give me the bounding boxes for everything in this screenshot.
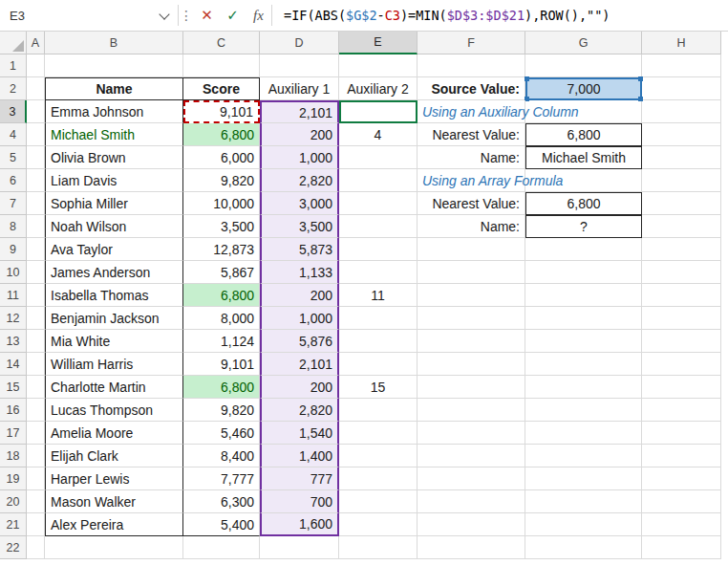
cell-D11[interactable]: 200	[260, 284, 339, 307]
cell-B2[interactable]: Name	[45, 77, 183, 100]
cell-G12[interactable]	[525, 307, 642, 330]
cell-C6[interactable]: 9,820	[183, 169, 260, 192]
cell-E3[interactable]	[339, 100, 418, 123]
cell-G13[interactable]	[525, 330, 642, 353]
cell-F22[interactable]	[418, 536, 525, 559]
cell-A22[interactable]	[27, 536, 45, 559]
cell-B16[interactable]: Lucas Thompson	[45, 399, 183, 422]
cell-F14[interactable]	[418, 353, 525, 376]
cell-C15[interactable]: 6,800	[183, 376, 260, 399]
cell-D17[interactable]: 1,540	[260, 422, 339, 445]
cell-C7[interactable]: 10,000	[183, 192, 260, 215]
cell-A10[interactable]	[27, 261, 45, 284]
cell-D9[interactable]: 5,873	[260, 238, 339, 261]
cell-G19[interactable]	[525, 467, 642, 490]
row-header-4[interactable]: 4	[0, 123, 27, 146]
select-all-button[interactable]	[0, 32, 27, 54]
cell-D5[interactable]: 1,000	[260, 146, 339, 169]
cell-B22[interactable]	[45, 536, 183, 559]
cell-A17[interactable]	[27, 422, 45, 445]
cell-B5[interactable]: Olivia Brown	[45, 146, 183, 169]
column-header-G[interactable]: G	[525, 32, 642, 54]
cell-F12[interactable]	[418, 307, 525, 330]
cell-B17[interactable]: Amelia Moore	[45, 422, 183, 445]
cell-F2[interactable]: Source Value:	[418, 77, 525, 100]
cell-C5[interactable]: 6,000	[183, 146, 260, 169]
cell-H6[interactable]	[642, 169, 721, 192]
row-header-14[interactable]: 14	[0, 353, 27, 376]
cell-E17[interactable]	[339, 422, 418, 445]
cell-D4[interactable]: 200	[260, 123, 339, 146]
row-header-11[interactable]: 11	[0, 284, 27, 307]
cell-D6[interactable]: 2,820	[260, 169, 339, 192]
cell-A11[interactable]	[27, 284, 45, 307]
row-header-5[interactable]: 5	[0, 146, 27, 169]
selection-handle[interactable]	[638, 76, 643, 81]
cell-D1[interactable]	[260, 54, 339, 77]
cell-B10[interactable]: James Anderson	[45, 261, 183, 284]
row-header-18[interactable]: 18	[0, 445, 27, 467]
cell-C21[interactable]: 5,400	[183, 513, 260, 536]
cell-G2[interactable]: 7,000	[525, 77, 642, 100]
row-header-7[interactable]: 7	[0, 192, 27, 215]
cell-F1[interactable]	[418, 54, 525, 77]
cell-H20[interactable]	[642, 490, 721, 513]
cell-A14[interactable]	[27, 353, 45, 376]
cell-B6[interactable]: Liam Davis	[45, 169, 183, 192]
cell-A4[interactable]	[27, 123, 45, 146]
cell-E2[interactable]: Auxiliary 2	[339, 77, 418, 100]
cell-G18[interactable]	[525, 445, 642, 467]
cell-G20[interactable]	[525, 490, 642, 513]
cell-A21[interactable]	[27, 513, 45, 536]
cell-E6[interactable]	[339, 169, 418, 192]
column-header-C[interactable]: C	[183, 32, 260, 54]
cell-D18[interactable]: 1,400	[260, 445, 339, 467]
cell-E4[interactable]: 4	[339, 123, 418, 146]
insert-function-button[interactable]: fx	[246, 0, 271, 31]
cell-A7[interactable]	[27, 192, 45, 215]
cell-A5[interactable]	[27, 146, 45, 169]
cell-F19[interactable]	[418, 467, 525, 490]
cell-B20[interactable]: Mason Walker	[45, 490, 183, 513]
row-header-22[interactable]: 22	[0, 536, 27, 559]
cell-B7[interactable]: Sophia Miller	[45, 192, 183, 215]
cell-E9[interactable]	[339, 238, 418, 261]
cell-H9[interactable]	[642, 238, 721, 261]
row-header-6[interactable]: 6	[0, 169, 27, 192]
cell-E7[interactable]	[339, 192, 418, 215]
cell-F8[interactable]: Name:	[418, 215, 525, 238]
cell-A3[interactable]	[27, 100, 45, 123]
row-header-21[interactable]: 21	[0, 513, 27, 536]
formula-input[interactable]: =IF(ABS($G$2-C3)=MIN($D$3:$D$21),ROW(),"…	[272, 0, 728, 31]
column-header-F[interactable]: F	[418, 32, 525, 54]
cell-C8[interactable]: 3,500	[183, 215, 260, 238]
cell-H4[interactable]	[642, 123, 721, 146]
cell-C13[interactable]: 1,124	[183, 330, 260, 353]
cell-G16[interactable]	[525, 399, 642, 422]
cell-B9[interactable]: Ava Taylor	[45, 238, 183, 261]
cell-H17[interactable]	[642, 422, 721, 445]
cell-A8[interactable]	[27, 215, 45, 238]
cell-C9[interactable]: 12,873	[183, 238, 260, 261]
cell-D10[interactable]: 1,133	[260, 261, 339, 284]
cell-E10[interactable]	[339, 261, 418, 284]
cell-H11[interactable]	[642, 284, 721, 307]
cell-C17[interactable]: 5,460	[183, 422, 260, 445]
cell-E13[interactable]	[339, 330, 418, 353]
cell-D7[interactable]: 3,000	[260, 192, 339, 215]
cell-D13[interactable]: 5,876	[260, 330, 339, 353]
row-header-12[interactable]: 12	[0, 307, 27, 330]
row-header-19[interactable]: 19	[0, 467, 27, 490]
cell-A2[interactable]	[27, 77, 45, 100]
cell-D22[interactable]	[260, 536, 339, 559]
chevron-down-icon[interactable]	[159, 9, 169, 19]
enter-button[interactable]: ✓	[220, 0, 246, 31]
cell-H14[interactable]	[642, 353, 721, 376]
cell-F21[interactable]	[418, 513, 525, 536]
cell-B12[interactable]: Benjamin Jackson	[45, 307, 183, 330]
cell-C14[interactable]: 9,101	[183, 353, 260, 376]
cell-B13[interactable]: Mia White	[45, 330, 183, 353]
cell-G5[interactable]: Michael Smith	[525, 146, 642, 169]
cell-F20[interactable]	[418, 490, 525, 513]
cell-C10[interactable]: 5,867	[183, 261, 260, 284]
